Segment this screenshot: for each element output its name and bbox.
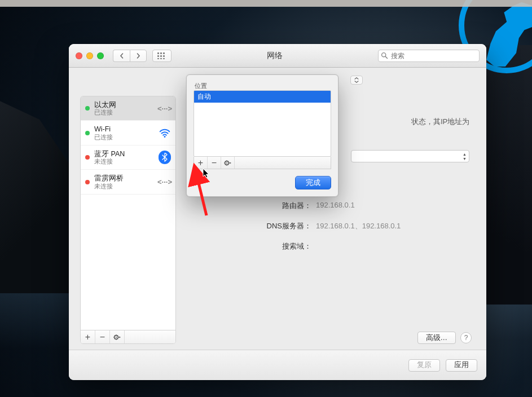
svg-line-18 [114,335,115,336]
service-status: 已连接 [94,134,154,140]
ethernet-icon: <···> [159,102,171,114]
location-list[interactable]: 自动 [194,90,331,157]
services-sidebar: 以太网 已连接 <···> Wi-Fi 已连接 [80,96,176,344]
svg-rect-2 [163,52,165,54]
search-input[interactable] [378,50,480,62]
location-list-footer: + − [194,157,331,169]
add-service-button[interactable]: + [81,330,95,343]
minimize-button[interactable] [86,52,93,59]
revert-button[interactable]: 复原 [408,359,440,372]
service-status: 未连接 [94,183,154,189]
svg-rect-4 [160,55,162,57]
titlebar: 网络 [69,44,486,68]
nav-back-forward [113,50,147,62]
stepper-icon: ▲▼ [463,152,467,161]
svg-line-10 [385,56,387,58]
search-domain-label: 搜索域： [231,241,316,252]
plus-icon: + [85,332,90,342]
service-labels: 蓝牙 PAN 未连接 [94,150,154,165]
menubar [0,0,532,7]
services-footer: + − [81,330,175,343]
zoom-button[interactable] [97,52,104,59]
svg-point-11 [164,136,166,138]
status-fragment-text: 状态，其IP地址为 [411,117,469,127]
status-dot-icon [85,180,90,184]
search-field-wrap [378,50,480,62]
forward-button[interactable] [130,50,147,62]
svg-line-29 [228,164,228,165]
window-title: 网络 [177,51,372,61]
wifi-icon [159,127,171,139]
close-button[interactable] [76,52,82,59]
location-row-auto[interactable]: 自动 [194,91,331,103]
chevron-right-icon [135,53,141,59]
svg-line-20 [114,338,115,339]
status-dot-icon [85,106,90,111]
chevron-left-icon [119,53,125,59]
service-name: Wi-Fi [94,125,154,133]
help-icon: ? [464,334,468,342]
service-labels: 雷雳网桥 未连接 [94,174,154,189]
search-domain-row: 搜索域： [231,241,401,252]
services-list: 以太网 已连接 <···> Wi-Fi 已连接 [81,96,175,330]
svg-rect-8 [163,58,165,59]
plus-icon: + [198,158,203,168]
gear-icon [113,334,121,341]
svg-rect-6 [157,58,159,59]
search-icon [381,52,388,59]
svg-line-31 [228,161,228,161]
remove-service-button[interactable]: − [95,330,110,343]
service-status: 已连接 [94,109,154,116]
svg-rect-0 [157,52,159,54]
advanced-button[interactable]: 高级… [417,332,456,344]
service-bluetooth-pan[interactable]: 蓝牙 PAN 未连接 [81,145,175,170]
service-name: 以太网 [94,101,154,109]
remove-location-button[interactable]: − [208,157,221,169]
advanced-row: 高级… ? [417,332,472,344]
svg-rect-7 [160,58,162,59]
router-value: 192.168.0.1 [316,201,355,211]
svg-rect-5 [163,55,165,57]
bluetooth-icon [159,151,171,164]
help-button[interactable]: ? [460,332,472,343]
location-popup-indicator[interactable] [350,76,363,85]
dns-value: 192.168.0.1、192.168.0.1 [316,221,401,231]
location-sheet: 位置 自动 + − 完成 [186,74,338,197]
router-label: 路由器： [231,201,316,211]
service-name: 蓝牙 PAN [94,150,154,158]
svg-point-23 [226,162,227,164]
service-status: 未连接 [94,158,154,165]
service-thunderbolt-bridge[interactable]: 雷雳网桥 未连接 <···> [81,170,175,194]
svg-line-30 [225,164,225,165]
svg-rect-1 [160,52,162,54]
location-actions-menu[interactable] [221,157,235,169]
show-all-button[interactable] [152,50,172,62]
done-button[interactable]: 完成 [295,176,331,189]
service-labels: Wi-Fi 已连接 [94,125,154,140]
service-name: 雷雳网桥 [94,174,154,182]
bridge-icon: <···> [159,176,171,188]
service-wifi[interactable]: Wi-Fi 已连接 [81,121,175,145]
status-dot-icon [85,131,90,135]
router-row: 路由器： 192.168.0.1 [231,201,401,211]
back-button[interactable] [113,50,130,62]
add-location-button[interactable]: + [194,157,208,169]
service-ethernet[interactable]: 以太网 已连接 <···> [81,96,175,121]
grid-icon [157,52,166,59]
popup-field[interactable]: ▲▼ [351,150,469,162]
svg-line-19 [117,338,118,339]
sheet-actions: 完成 [194,176,331,189]
service-actions-menu[interactable] [110,330,125,343]
dns-label: DNS服务器： [231,221,316,231]
svg-line-28 [225,161,225,161]
dns-row: DNS服务器： 192.168.0.1、192.168.0.1 [231,221,401,231]
svg-point-13 [116,337,117,338]
minus-icon: − [100,332,105,342]
traffic-lights [76,52,104,59]
location-list-header: 位置 [194,81,331,90]
chevron-up-down-icon [354,77,359,83]
apply-button[interactable]: 应用 [446,359,477,372]
svg-rect-3 [157,55,159,57]
detail-rows: 路由器： 192.168.0.1 DNS服务器： 192.168.0.1、192… [231,201,401,262]
minus-icon: − [212,158,217,168]
